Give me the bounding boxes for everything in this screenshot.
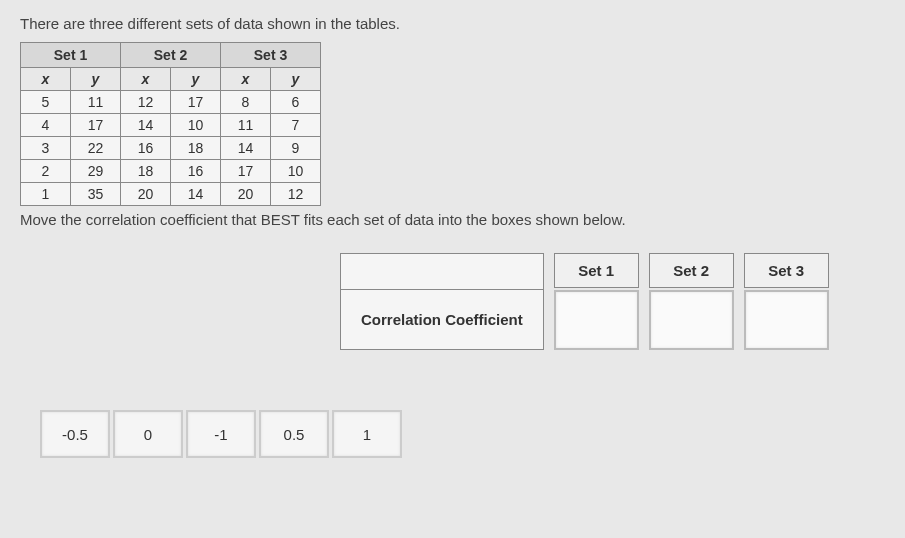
data-sets-table: Set 1 Set 2 Set 3 x y x y x y 5 11 12 17… xyxy=(20,42,321,206)
cell: 14 xyxy=(221,137,271,160)
instruction-text-1: There are three different sets of data s… xyxy=(20,15,885,32)
table-row: 5 11 12 17 8 6 xyxy=(21,91,321,114)
col-header: x xyxy=(121,68,171,91)
cell: 1 xyxy=(21,183,71,206)
cell: 10 xyxy=(171,114,221,137)
chip-0[interactable]: 0 xyxy=(113,410,183,458)
correlation-coefficient-label: Correlation Coefficient xyxy=(341,290,544,350)
table-row: 3 22 16 18 14 9 xyxy=(21,137,321,160)
cell: 12 xyxy=(121,91,171,114)
set1-header: Set 1 xyxy=(21,43,121,68)
chip-neg-1[interactable]: -1 xyxy=(186,410,256,458)
cell: 16 xyxy=(121,137,171,160)
cell: 20 xyxy=(221,183,271,206)
set2-header: Set 2 xyxy=(121,43,221,68)
col-header: y xyxy=(171,68,221,91)
answer-label-table: Correlation Coefficient xyxy=(340,253,544,350)
cell: 35 xyxy=(71,183,121,206)
table-row: 4 17 14 10 11 7 xyxy=(21,114,321,137)
cell: 10 xyxy=(271,160,321,183)
cell: 17 xyxy=(221,160,271,183)
col-header: x xyxy=(221,68,271,91)
answer-set3-column: Set 3 xyxy=(744,253,829,350)
cell: 3 xyxy=(21,137,71,160)
cell: 17 xyxy=(171,91,221,114)
draggable-chips-row: -0.5 0 -1 0.5 1 xyxy=(40,410,885,458)
instruction-text-2: Move the correlation coefficient that BE… xyxy=(20,211,885,228)
answer-set1-header: Set 1 xyxy=(554,253,639,288)
drop-box-set2[interactable] xyxy=(649,290,734,350)
chip-0-5[interactable]: 0.5 xyxy=(259,410,329,458)
cell: 20 xyxy=(121,183,171,206)
cell: 5 xyxy=(21,91,71,114)
cell: 12 xyxy=(271,183,321,206)
drop-box-set1[interactable] xyxy=(554,290,639,350)
empty-cell xyxy=(341,254,544,290)
col-header: y xyxy=(71,68,121,91)
cell: 22 xyxy=(71,137,121,160)
cell: 11 xyxy=(221,114,271,137)
answer-set2-header: Set 2 xyxy=(649,253,734,288)
set3-header: Set 3 xyxy=(221,43,321,68)
cell: 9 xyxy=(271,137,321,160)
cell: 18 xyxy=(121,160,171,183)
col-header: y xyxy=(271,68,321,91)
cell: 4 xyxy=(21,114,71,137)
cell: 18 xyxy=(171,137,221,160)
cell: 29 xyxy=(71,160,121,183)
cell: 2 xyxy=(21,160,71,183)
col-header: x xyxy=(21,68,71,91)
cell: 6 xyxy=(271,91,321,114)
drop-box-set3[interactable] xyxy=(744,290,829,350)
cell: 8 xyxy=(221,91,271,114)
table-row: 2 29 18 16 17 10 xyxy=(21,160,321,183)
cell: 17 xyxy=(71,114,121,137)
answer-set1-column: Set 1 xyxy=(554,253,639,350)
cell: 14 xyxy=(171,183,221,206)
cell: 16 xyxy=(171,160,221,183)
chip-neg-0-5[interactable]: -0.5 xyxy=(40,410,110,458)
cell: 14 xyxy=(121,114,171,137)
answer-set3-header: Set 3 xyxy=(744,253,829,288)
answer-set2-column: Set 2 xyxy=(649,253,734,350)
answer-area: Correlation Coefficient Set 1 Set 2 Set … xyxy=(340,253,885,350)
table-row: 1 35 20 14 20 12 xyxy=(21,183,321,206)
chip-1[interactable]: 1 xyxy=(332,410,402,458)
cell: 11 xyxy=(71,91,121,114)
cell: 7 xyxy=(271,114,321,137)
